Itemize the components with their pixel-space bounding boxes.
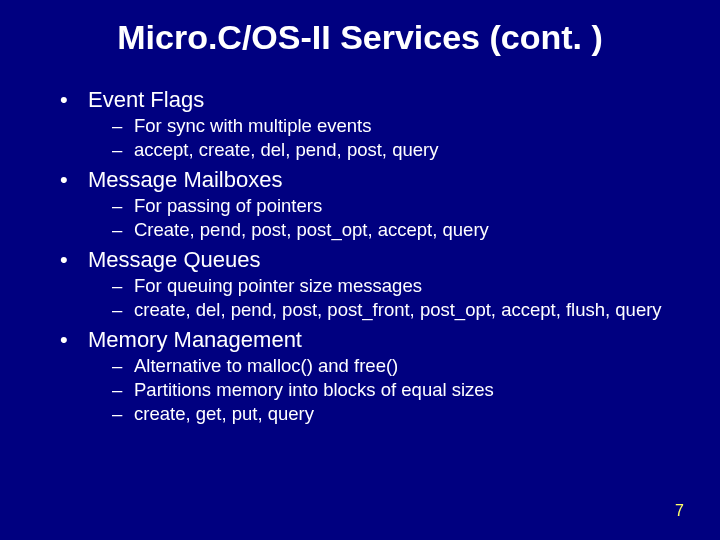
heading-text: Event Flags — [88, 87, 204, 113]
page-number: 7 — [675, 502, 684, 520]
sub-item: – Alternative to malloc() and free() — [112, 355, 690, 377]
sub-item: – Create, pend, post, post_opt, accept, … — [112, 219, 690, 241]
sub-item: – create, del, pend, post, post_front, p… — [112, 299, 690, 321]
dash-icon: – — [112, 299, 134, 321]
heading-text: Message Mailboxes — [88, 167, 282, 193]
sub-text: For sync with multiple events — [134, 115, 372, 137]
list-item: • Message Mailboxes — [60, 167, 690, 193]
sub-text: create, get, put, query — [134, 403, 314, 425]
heading-text: Memory Management — [88, 327, 302, 353]
sub-text: For passing of pointers — [134, 195, 322, 217]
sub-text: For queuing pointer size messages — [134, 275, 422, 297]
sub-text: accept, create, del, pend, post, query — [134, 139, 438, 161]
dash-icon: – — [112, 219, 134, 241]
sub-text: Partitions memory into blocks of equal s… — [134, 379, 494, 401]
sub-text: Create, pend, post, post_opt, accept, qu… — [134, 219, 489, 241]
bullet-icon: • — [60, 247, 88, 273]
sub-item: – accept, create, del, pend, post, query — [112, 139, 690, 161]
list-item: • Message Queues — [60, 247, 690, 273]
bullet-icon: • — [60, 87, 88, 113]
sub-item: – For passing of pointers — [112, 195, 690, 217]
dash-icon: – — [112, 195, 134, 217]
dash-icon: – — [112, 403, 134, 425]
list-item: • Event Flags — [60, 87, 690, 113]
slide-title: Micro.C/OS-II Services (cont. ) — [30, 18, 690, 57]
bullet-icon: • — [60, 167, 88, 193]
sub-item: – create, get, put, query — [112, 403, 690, 425]
dash-icon: – — [112, 355, 134, 377]
dash-icon: – — [112, 379, 134, 401]
list-item: • Memory Management — [60, 327, 690, 353]
sub-text: Alternative to malloc() and free() — [134, 355, 398, 377]
dash-icon: – — [112, 115, 134, 137]
sub-item: – For sync with multiple events — [112, 115, 690, 137]
dash-icon: – — [112, 139, 134, 161]
bullet-icon: • — [60, 327, 88, 353]
heading-text: Message Queues — [88, 247, 260, 273]
sub-text: create, del, pend, post, post_front, pos… — [134, 299, 662, 321]
slide: Micro.C/OS-II Services (cont. ) • Event … — [0, 0, 720, 540]
sub-item: – Partitions memory into blocks of equal… — [112, 379, 690, 401]
dash-icon: – — [112, 275, 134, 297]
sub-item: – For queuing pointer size messages — [112, 275, 690, 297]
